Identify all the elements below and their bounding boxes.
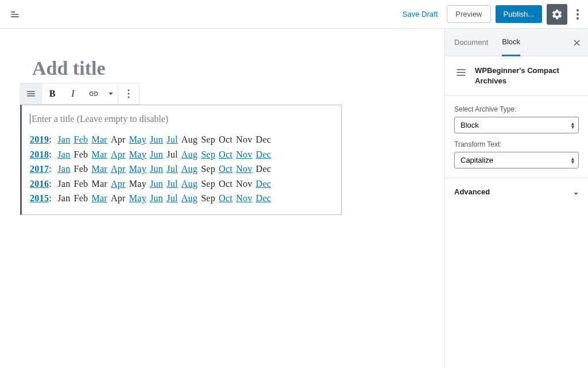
archive-month-link[interactable]: Nov xyxy=(236,150,252,159)
more-options-button[interactable] xyxy=(572,4,583,25)
archive-month-plain: Oct xyxy=(219,135,233,144)
archive-month-plain: Feb xyxy=(74,179,88,189)
archive-year-link[interactable]: 2018 xyxy=(30,150,49,159)
link-icon xyxy=(88,89,99,99)
compact-archives-block[interactable]: 2019: JanFebMarAprMayJunJulAugSepOctNovD… xyxy=(20,105,342,215)
svg-point-3 xyxy=(128,90,130,91)
bold-button[interactable]: B xyxy=(42,83,63,104)
archive-month-plain: Apr xyxy=(111,193,126,203)
settings-sidebar: Document Block ✕ WPBeginner's Compact Ar… xyxy=(444,29,588,368)
block-info-section: WPBeginner's Compact Archives xyxy=(445,56,588,96)
archive-title-input[interactable] xyxy=(30,114,335,124)
archive-month-plain: Jan xyxy=(57,193,70,203)
archive-month-link[interactable]: Dec xyxy=(256,150,272,159)
chevron-down-icon: ⌄ xyxy=(573,188,579,196)
block-type-button[interactable] xyxy=(21,83,41,104)
block-toolbar: B I xyxy=(20,83,140,105)
archive-month-link[interactable]: Mar xyxy=(91,193,107,203)
paragraph-icon xyxy=(26,89,36,99)
archive-month-plain: Dec xyxy=(256,135,272,144)
italic-button[interactable]: I xyxy=(63,83,83,104)
archive-month-plain: Mar xyxy=(91,179,107,189)
archive-month-link[interactable]: Jan xyxy=(57,150,70,159)
toolbar-left xyxy=(5,4,25,25)
archive-month-plain: Jul xyxy=(167,150,178,159)
archive-month-link[interactable]: Jul xyxy=(167,164,178,174)
archive-month-link[interactable]: Jun xyxy=(150,164,163,174)
archive-month-link[interactable]: Apr xyxy=(111,164,126,174)
block-navigation-button[interactable] xyxy=(5,4,25,25)
archive-month-link[interactable]: Dec xyxy=(256,179,272,189)
settings-button[interactable] xyxy=(547,4,567,25)
archive-month-plain: Dec xyxy=(256,164,272,174)
archive-month-link[interactable]: Aug xyxy=(181,164,198,174)
archive-month-link[interactable]: Oct xyxy=(219,164,233,174)
archive-month-link[interactable]: Mar xyxy=(91,150,107,159)
archive-month-link[interactable]: Feb xyxy=(74,135,88,144)
advanced-label: Advanced xyxy=(454,187,490,196)
archive-month-link[interactable]: Jul xyxy=(167,193,178,203)
archive-year-link[interactable]: 2015 xyxy=(30,193,49,203)
archive-month-link[interactable]: May xyxy=(129,164,146,174)
archive-month-link[interactable]: Mar xyxy=(91,135,107,144)
archive-month-link[interactable]: Aug xyxy=(181,150,198,159)
archive-month-link[interactable]: Jun xyxy=(150,193,163,203)
advanced-panel-toggle[interactable]: Advanced ⌄ xyxy=(445,178,588,205)
save-draft-link[interactable]: Save Draft xyxy=(398,6,442,22)
archive-month-plain: Nov xyxy=(236,135,252,144)
archive-month-link[interactable]: Jan xyxy=(57,135,70,144)
archive-month-link[interactable]: Oct xyxy=(219,193,233,203)
archive-month-plain: Nov xyxy=(236,179,252,189)
svg-point-4 xyxy=(128,93,130,95)
publish-button[interactable]: Publish... xyxy=(496,5,542,23)
archive-month-link[interactable]: Sep xyxy=(201,150,215,159)
archive-month-link[interactable]: Jul xyxy=(167,179,178,189)
preview-button[interactable]: Preview xyxy=(447,5,490,23)
archive-month-link[interactable]: Jun xyxy=(150,150,163,159)
archive-month-plain: Sep xyxy=(201,193,215,203)
archive-month-link[interactable]: Aug xyxy=(181,179,198,189)
transform-text-label: Transform Text: xyxy=(454,140,579,148)
archive-month-link[interactable]: Dec xyxy=(256,193,272,203)
archive-month-link[interactable]: May xyxy=(129,193,146,203)
post-title-input[interactable]: Add title xyxy=(32,57,439,79)
close-sidebar-button[interactable]: ✕ xyxy=(572,37,581,49)
archive-month-link[interactable]: Nov xyxy=(236,164,252,174)
menu-icon xyxy=(9,9,21,20)
tab-block[interactable]: Block xyxy=(502,29,520,56)
svg-point-0 xyxy=(577,9,579,12)
archive-month-link[interactable]: Oct xyxy=(219,150,233,159)
archive-month-link[interactable]: Jun xyxy=(150,135,163,144)
tab-document[interactable]: Document xyxy=(454,29,488,55)
transform-text-select[interactable]: Capitalize xyxy=(454,152,579,168)
archive-month-link[interactable]: Apr xyxy=(111,179,126,189)
archive-year-link[interactable]: 2016 xyxy=(30,179,49,189)
more-formatting-button[interactable] xyxy=(104,83,118,104)
block-settings-section: Select Archive Type: Block ▲▼ Transform … xyxy=(445,96,588,178)
archive-row: 2016: JanFebMarAprMayJunJulAugSepOctNovD… xyxy=(30,177,335,191)
archive-month-plain: Sep xyxy=(201,135,215,144)
archive-row: 2018: JanFebMarAprMayJunJulAugSepOctNovD… xyxy=(30,147,335,162)
archive-month-plain: Feb xyxy=(74,150,88,159)
archive-month-plain: Sep xyxy=(201,164,215,174)
archive-type-select[interactable]: Block xyxy=(454,117,579,133)
archive-month-link[interactable]: Jul xyxy=(167,135,178,144)
archive-month-link[interactable]: Aug xyxy=(181,193,198,203)
archive-month-link[interactable]: May xyxy=(129,135,146,144)
editor-canvas: Add title B I xyxy=(0,29,444,368)
archive-month-plain: Oct xyxy=(219,179,233,189)
archive-month-link[interactable]: Nov xyxy=(236,193,252,203)
archive-month-link[interactable]: Apr xyxy=(111,150,126,159)
archive-year-link[interactable]: 2019 xyxy=(30,135,49,144)
archive-type-label: Select Archive Type: xyxy=(454,105,579,113)
link-button[interactable] xyxy=(83,83,104,104)
svg-point-2 xyxy=(577,17,579,20)
archive-month-link[interactable]: Jan xyxy=(57,164,70,174)
block-more-button[interactable] xyxy=(118,83,139,104)
archive-year-link[interactable]: 2017 xyxy=(30,164,49,174)
archive-month-link[interactable]: Jun xyxy=(150,179,163,189)
vertical-dots-icon xyxy=(577,9,579,20)
archive-month-link[interactable]: Mar xyxy=(91,164,107,174)
archive-month-link[interactable]: May xyxy=(129,150,146,159)
top-toolbar: Save Draft Preview Publish... xyxy=(0,0,588,29)
